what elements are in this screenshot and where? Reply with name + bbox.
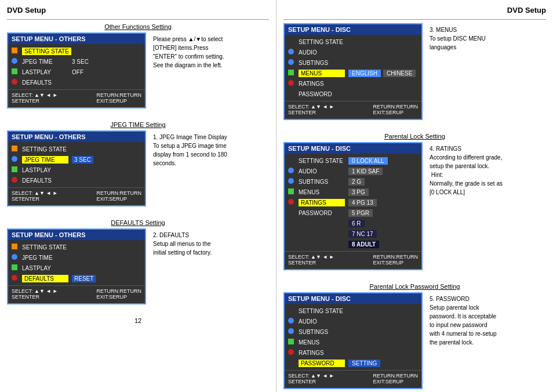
- ratings-option-2g: 2 G: [348, 178, 365, 186]
- left-header: DVD Setup: [7, 6, 269, 14]
- disc-row-extra-6r: 6 R: [288, 219, 418, 228]
- section-3-block: SETUP MENU - OTHERS SETTING STATE JPEG T…: [7, 228, 269, 309]
- disc-label-subtings-1: SUBTINGS: [299, 60, 345, 66]
- section-1-title: Other Functions Setting: [7, 23, 269, 30]
- disc-row-password-1: PASSWORD: [288, 89, 418, 99]
- disc-menu-footer-2: SELECT: ▲▼ ◄ ►SETENTER RETURN:RETURNEXIT…: [285, 251, 421, 266]
- right-column: DVD Setup SETUP MENU - DISC SETTING STAT…: [276, 0, 553, 392]
- value-jpeg-1: 3 SEC: [72, 59, 89, 65]
- menu-row-lastplay-2: LASTPLAY: [12, 165, 141, 175]
- label-setting-state-3: SETTING STATE: [22, 244, 68, 251]
- menu-row-setting-state-1: SETTING STATE: [12, 46, 141, 56]
- page: DVD Setup Other Functions Setting SETUP …: [0, 0, 553, 392]
- menu-items-3: SETTING STATE JPEG TIME LASTPLAY DEFAULT…: [8, 242, 145, 283]
- disc-icon-red-3: [288, 349, 296, 356]
- label-lastplay-2: LASTPLAY: [22, 167, 68, 173]
- ratings-option-4pg13: 4 PG 13: [348, 199, 377, 206]
- disc-icon-green-1: [288, 70, 296, 77]
- menu-row-jpeg-3: JPEG TIME: [12, 253, 141, 262]
- menu-footer-3: SELECT: ▲▼ ◄ ►SETENTER RETURN:RETURNEXIT…: [8, 285, 145, 300]
- menu-row-lastplay-1: LASTPLAY OFF: [12, 67, 141, 77]
- footer-right-2: RETURN:RETURNEXIT:SERUP: [97, 190, 142, 202]
- ratings-option-7nc17: 7 NC 17: [348, 230, 377, 238]
- disc-footer-left-3: SELECT: ▲▼ ◄ ►SETENTER: [288, 373, 334, 384]
- disc-label-subtings-2: SUBTINGS: [299, 179, 345, 185]
- ratings-option-3pg: 3 PG: [348, 188, 369, 196]
- disc-row-audio-1: AUDIO: [288, 48, 418, 57]
- icon-red-1: [12, 79, 20, 86]
- section-3-title: DEFAULTS Setting: [7, 219, 269, 226]
- disc-row-extra-7nc: 7 NC 17: [288, 229, 418, 238]
- disc-option-chinese: CHINESE: [383, 70, 416, 77]
- footer-right-1: RETURN:RETURNEXIT:SERUP: [97, 92, 142, 104]
- ratings-option-0lockall: 0 LOCK ALL: [348, 157, 388, 165]
- menu-header-3: SETUP MENU - OTHERS: [8, 230, 145, 240]
- menu-row-setting-state-3: SETTING STATE: [12, 242, 141, 252]
- disc-icon-none-3: [288, 307, 296, 314]
- disc-label-menus-1: MENUS: [299, 70, 345, 77]
- right-header: DVD Setup: [283, 6, 546, 14]
- disc-row-ratings-2: RATINGS 4 PG 13: [288, 198, 418, 207]
- label-setting-state-2: SETTING STATE: [22, 146, 68, 153]
- label-defaults-1: DEFAULTS: [22, 79, 68, 86]
- right-section-1-block: SETUP MENU - DISC SETTING STATE AUDIO SU…: [283, 23, 546, 125]
- menu-box-2: SETUP MENU - OTHERS SETTING STATE JPEG T…: [7, 130, 146, 206]
- disc-icon-blank-2: [288, 230, 296, 237]
- left-column: DVD Setup Other Functions Setting SETUP …: [0, 0, 276, 392]
- label-defaults-3: DEFAULTS: [22, 275, 68, 282]
- menu-items-1: SETTING STATE JPEG TIME 3 SEC LASTPLAY O…: [8, 46, 145, 87]
- menu-row-jpeg-2: JPEG TIME 3 SEC: [12, 155, 141, 164]
- disc-option-english: ENGLISH: [348, 70, 381, 77]
- disc-icon-blue2-3: [288, 328, 296, 335]
- label-jpeg-3: JPEG TIME: [22, 255, 68, 261]
- disc-menu-footer-1: SELECT: ▲▼ ◄ ►SETENTER RETURN:RETURNEXIT…: [285, 101, 421, 115]
- value-lastplay-1: OFF: [72, 69, 83, 75]
- desc-3: 2. DEFAULTSSetup all menus to theinitial…: [153, 228, 212, 257]
- disc-icon-green-2: [288, 188, 296, 195]
- label-jpeg-2: JPEG TIME: [22, 156, 68, 164]
- disc-footer-right-2: RETURN:RETURNEXIT:SERUP: [373, 254, 419, 266]
- label-jpeg-1: JPEG TIME: [22, 59, 68, 65]
- disc-icon-blank-1: [288, 220, 296, 227]
- icon-blue-1: [12, 58, 20, 65]
- disc-icon-blue-3: [288, 318, 296, 325]
- right-section-2-title: Parental Lock Setting: [283, 133, 546, 140]
- disc-label-menus-2: MENUS: [299, 189, 345, 195]
- disc-menu-box-3: SETUP MENU - DISC SETTING STATE AUDIO SU…: [283, 292, 423, 389]
- disc-row-setting-2: SETTING STATE 0 LOCK ALL: [288, 156, 418, 165]
- disc-menu-items-2: SETTING STATE 0 LOCK ALL AUDIO 1 KID SAF…: [285, 156, 421, 249]
- footer-left-2: SELECT: ▲▼ ◄ ►SETENTER: [12, 190, 58, 202]
- disc-menu-header-2: SETUP MENU - DISC: [285, 143, 421, 154]
- disc-icon-blue2-2: [288, 178, 296, 185]
- icon-orange-3: [12, 244, 20, 251]
- icon-orange-1: [12, 48, 20, 55]
- disc-label-ratings-2: RATINGS: [299, 199, 345, 206]
- ratings-option-1kidsaf: 1 KID SAF: [348, 168, 383, 175]
- icon-blue-2: [12, 156, 20, 163]
- menu-footer-1: SELECT: ▲▼ ◄ ►SETENTER RETURN:RETURNEXIT…: [8, 89, 145, 104]
- label-setting-state-1: SETTING STATE: [22, 48, 71, 55]
- disc-label-password-1: PASSWORD: [299, 91, 345, 97]
- footer-right-3: RETURN:RETURNEXIT:SERUP: [97, 288, 142, 300]
- disc-menu-items-1: SETTING STATE AUDIO SUBTINGS MENUS ENGLI…: [285, 37, 421, 99]
- disc-label-setting-1: SETTING STATE: [299, 39, 345, 45]
- disc-icon-none2-2: [288, 209, 296, 216]
- menu-header-2: SETUP MENU - OTHERS: [8, 132, 145, 142]
- disc-label-audio-1: AUDIO: [299, 49, 345, 56]
- disc-row-subtings-2: SUBTINGS 2 G: [288, 177, 418, 186]
- disc-row-menus-3: MENUS: [288, 337, 418, 347]
- disc-row-ratings-3: RATINGS: [288, 348, 418, 357]
- label-lastplay-1: LASTPLAY: [22, 69, 68, 75]
- disc-label-audio-2: AUDIO: [299, 168, 345, 175]
- disc-menu-items-3: SETTING STATE AUDIO SUBTINGS MENUS: [285, 306, 421, 368]
- right-section-3-title: Parental Lock Password Setting: [283, 283, 546, 290]
- section-2-title: JPEG TIME Setting: [7, 121, 269, 128]
- disc-row-audio-2: AUDIO 1 KID SAF: [288, 166, 418, 176]
- right-desc-3: 5. PASSWORDSetup parental lockpassword. …: [430, 292, 497, 347]
- disc-row-extra-8adult: 8 ADULT: [288, 239, 418, 249]
- icon-red-3: [12, 275, 20, 282]
- disc-row-audio-3: AUDIO: [288, 317, 418, 326]
- disc-row-subtings-1: SUBTINGS: [288, 58, 418, 67]
- disc-icon-red-2: [288, 199, 296, 206]
- menu-row-defaults-2: DEFAULTS: [12, 176, 141, 185]
